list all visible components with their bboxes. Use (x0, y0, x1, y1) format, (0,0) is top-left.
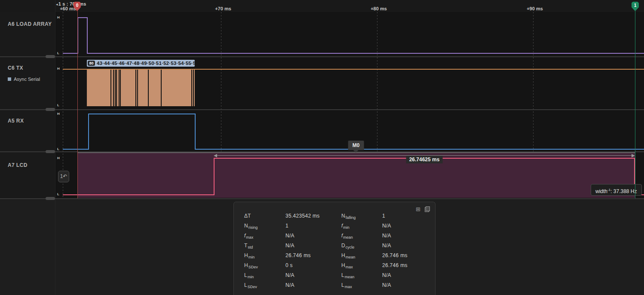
a5-waveform-high (88, 114, 196, 114)
measurement-value: 26.746 ms (382, 262, 408, 268)
row-separator-2 (0, 109, 644, 110)
row-resize-handle-1[interactable] (46, 55, 55, 58)
a5-waveform-low-2 (196, 149, 644, 150)
measurement-label: Lmax (341, 282, 352, 289)
channel-label-c6[interactable]: C6 TX (8, 65, 23, 71)
measurement-value: 35.423542 ms (285, 213, 320, 219)
measurement-selection-region[interactable] (77, 152, 635, 198)
measurement-value: N/A (382, 233, 391, 239)
measurement-duration-label: 26.74625 ms (406, 156, 443, 163)
a6-waveform-fall (87, 17, 88, 54)
serial-transition-line (119, 70, 120, 106)
copy-icon[interactable] (425, 206, 430, 212)
measurement-value: N/A (382, 282, 391, 288)
a5-waveform-rise (88, 114, 89, 150)
channel-label-a7[interactable]: A7 LCD (8, 162, 28, 168)
c6-high-label: H (57, 67, 60, 71)
measurement-row: Hmin26.746 msHmean26.746 ms (234, 252, 435, 262)
a6-high-label: H (57, 15, 60, 19)
measurement-label: fmin (341, 223, 350, 230)
measurement-label: Hmin (244, 252, 255, 259)
serial-transition-line (137, 70, 138, 106)
measurement-label: LSDev (244, 282, 257, 289)
measurement-value: 26.746 ms (382, 252, 408, 258)
serial-transition-line (161, 70, 162, 106)
serial-transition-line (148, 70, 149, 106)
c6-serial-burst[interactable] (87, 70, 195, 106)
a7-waveform-rise (214, 158, 215, 195)
serial-transition-line (116, 70, 117, 106)
measurement-value: 0 s (285, 262, 293, 268)
a5-high-label: H (57, 112, 60, 116)
measurement-row: fmaxN/AfmeanN/A (234, 233, 435, 243)
channel-label-a5[interactable]: A5 RX (8, 118, 24, 124)
measurement-label: Hmax (341, 262, 353, 269)
measurement-value: N/A (285, 233, 294, 239)
measurement-value: N/A (285, 272, 294, 278)
measurement-details-panel: ⊞ ΔT35.423542 msNfalling1Nrising1fminN/A… (233, 202, 435, 295)
timeline-tick-80ms: +80 ms (365, 6, 393, 11)
a7-waveform-low-1 (63, 194, 214, 195)
measurement-label: Nfalling (341, 213, 356, 220)
a5-waveform-fall (195, 114, 196, 150)
measurement-label: fmean (341, 233, 353, 240)
serial-transition-line (191, 70, 192, 106)
a5-low-label: L (57, 147, 59, 151)
analyzer-row[interactable]: Async Serial (8, 77, 40, 82)
a6-low-label: L (57, 51, 59, 55)
timeline-tick-90ms: +90 ms (521, 6, 549, 11)
serial-transition-line (193, 70, 194, 106)
jump-to-edge-button[interactable]: 1↶ (58, 171, 69, 182)
measurement-label: ΔT (244, 213, 251, 219)
measurement-row: ΔT35.423542 msNfalling1 (234, 213, 435, 223)
measurement-label: Tstd (244, 243, 253, 249)
row-resize-handle-2[interactable] (46, 108, 55, 111)
measurement-marker-flag[interactable]: M0 (348, 141, 364, 150)
column-divider (55, 0, 55, 199)
analyzer-label: Async Serial (14, 77, 40, 82)
measurement-row: LSDevN/ALmaxN/A (234, 282, 435, 292)
a5-waveform-low-1 (63, 149, 88, 150)
measurement-value: 26.746 ms (285, 252, 311, 258)
logic-analyzer-window: ◂1 s : 700 ms +60 ms +70 ms +80 ms +90 m… (0, 0, 644, 295)
ruler-left-arrow-icon (214, 154, 217, 157)
measurement-label: Dcycle (341, 243, 354, 249)
c6-low-label: L (57, 103, 59, 107)
a7-low-label: L (57, 192, 59, 196)
measurement-label: Lmin (244, 272, 254, 279)
measurement-value: N/A (382, 223, 391, 229)
measurement-label: Nrising (244, 223, 258, 230)
timing-marker-0-line (77, 11, 78, 198)
ruler-right-arrow-icon (632, 154, 635, 157)
serial-bytes-text: 43·44·45·46·47·48·49·50·51·52·53·54·55·5… (97, 61, 195, 66)
measurement-row: Nrising1fminN/A (234, 223, 435, 233)
measurement-value: 1 (382, 213, 385, 219)
column-divider-extension (55, 199, 55, 295)
serial-transition-line (115, 70, 116, 106)
measurement-row: LminN/ALmeanN/A (234, 272, 435, 282)
measurement-row: HSDev0 sHmax26.746 ms (234, 262, 435, 272)
measurement-value: N/A (382, 243, 391, 249)
row-resize-handle-3[interactable] (46, 150, 55, 153)
analyzer-color-swatch-icon (8, 77, 11, 81)
row-separator-1 (0, 56, 644, 57)
channel-label-a6[interactable]: A6 LOAD ARRAY (8, 21, 52, 27)
a6-waveform-high (77, 17, 88, 18)
serial-transition-line (113, 70, 114, 106)
serial-framing-byte-badge: 80 (88, 61, 95, 66)
measurement-label: HSDev (244, 262, 258, 269)
measurement-value: N/A (285, 243, 294, 249)
serial-decoded-bytes-strip[interactable]: 80 43·44·45·46·47·48·49·50·51·52·53·54·5… (87, 60, 195, 67)
serial-transition-line (120, 70, 121, 106)
row-resize-handle-4[interactable] (46, 197, 55, 200)
measurement-rows: ΔT35.423542 msNfalling1Nrising1fminN/Afm… (234, 213, 435, 292)
a6-waveform-low-1 (63, 53, 78, 54)
add-to-grid-icon[interactable]: ⊞ (416, 206, 420, 212)
serial-transition-line (110, 70, 111, 106)
width-frequency-tooltip: width-1: 37.388 Hz (591, 184, 642, 196)
measurement-label: Lmean (341, 272, 354, 279)
measurement-value: 1 (285, 223, 288, 229)
timeline-tick-70ms: +70 ms (209, 6, 237, 11)
timing-marker-1-line (635, 11, 635, 198)
a6-waveform-low-2 (88, 53, 644, 54)
